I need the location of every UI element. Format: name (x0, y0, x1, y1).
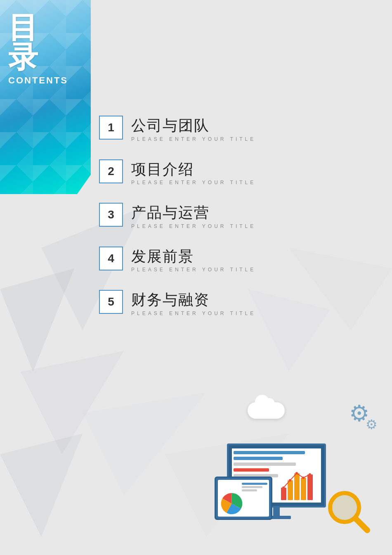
toc-number-box-4: 4 (99, 247, 123, 270)
svg-marker-3 (83, 392, 206, 496)
toc-title-zh-2: 项目介绍 (131, 161, 256, 178)
toc-number-box-5: 5 (99, 290, 123, 314)
toc-text-5: 财务与融资 PLEASE ENTER YOUR TITLE (131, 290, 256, 316)
toc-list: 1 公司与团队 PLEASE ENTER YOUR TITLE 2 项目介绍 P… (99, 116, 375, 334)
sidebar-title-en: CONTENTS (8, 75, 68, 86)
toc-item-2: 2 项目介绍 PLEASE ENTER YOUR TITLE (99, 159, 375, 186)
svg-marker-6 (0, 434, 83, 537)
toc-title-zh-1: 公司与团队 (131, 117, 256, 134)
svg-point-15 (295, 472, 298, 474)
toc-subtitle-3: PLEASE ENTER YOUR TITLE (131, 223, 256, 229)
svg-rect-9 (288, 480, 293, 500)
pie-chart (220, 492, 243, 515)
toc-title-zh-5: 财务与融资 (131, 292, 256, 308)
svg-marker-2 (21, 351, 124, 454)
svg-marker-1 (0, 268, 74, 372)
illustration: ⚙ ⚙ (206, 394, 380, 543)
toc-text-1: 公司与团队 PLEASE ENTER YOUR TITLE (131, 116, 256, 142)
cloud-icon (248, 402, 285, 419)
magnifier-icon (326, 489, 371, 534)
toc-title-zh-4: 发展前景 (131, 248, 256, 265)
toc-subtitle-1: PLEASE ENTER YOUR TITLE (131, 136, 256, 142)
toc-subtitle-2: PLEASE ENTER YOUR TITLE (131, 180, 256, 185)
svg-rect-11 (301, 478, 306, 500)
toc-item-3: 3 产品与运营 PLEASE ENTER YOUR TITLE (99, 203, 375, 229)
toc-item-4: 4 发展前景 PLEASE ENTER YOUR TITLE (99, 247, 375, 273)
toc-item-1: 1 公司与团队 PLEASE ENTER YOUR TITLE (99, 116, 375, 142)
sidebar: 目 录 CONTENTS (0, 0, 91, 194)
toc-number-box-3: 3 (99, 203, 123, 227)
toc-number-box-2: 2 (99, 159, 123, 183)
tablet (215, 477, 272, 520)
svg-point-16 (302, 477, 305, 479)
toc-text-2: 项目介绍 PLEASE ENTER YOUR TITLE (131, 159, 256, 186)
gear-small-icon: ⚙ (366, 417, 378, 432)
svg-line-19 (356, 519, 367, 530)
svg-rect-12 (307, 474, 313, 500)
sidebar-title-zh: 目 录 (8, 12, 83, 72)
toc-title-zh-3: 产品与运营 (131, 204, 256, 221)
toc-text-3: 产品与运营 PLEASE ENTER YOUR TITLE (131, 203, 256, 229)
toc-subtitle-5: PLEASE ENTER YOUR TITLE (131, 311, 256, 316)
svg-point-17 (309, 473, 311, 476)
svg-rect-10 (294, 473, 300, 500)
toc-text-4: 发展前景 PLEASE ENTER YOUR TITLE (131, 247, 256, 273)
toc-number-box-1: 1 (99, 116, 123, 140)
svg-rect-8 (281, 488, 286, 500)
toc-item-5: 5 财务与融资 PLEASE ENTER YOUR TITLE (99, 290, 375, 316)
toc-subtitle-4: PLEASE ENTER YOUR TITLE (131, 267, 256, 273)
svg-point-14 (289, 479, 291, 481)
svg-point-13 (282, 486, 285, 489)
